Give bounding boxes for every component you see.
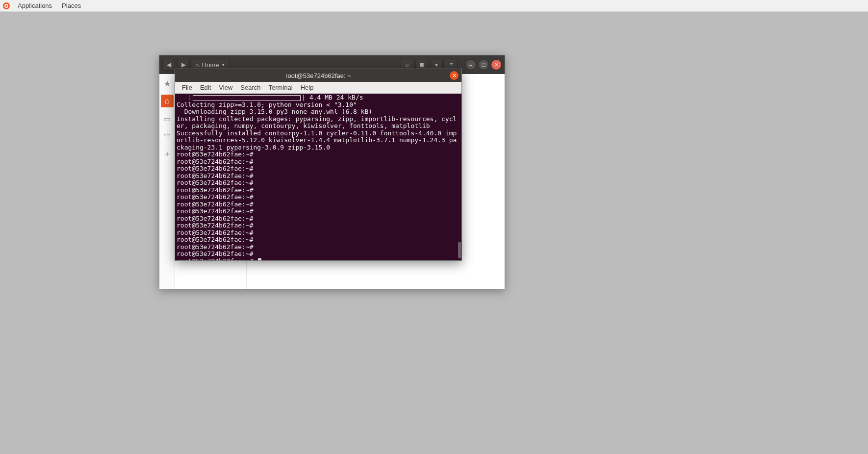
minimize-button[interactable]: – [465, 59, 476, 70]
terminal-prompts: root@53e724b62fae:~# root@53e724b62fae:~… [177, 151, 261, 260]
terminal-body[interactable]: || 4.4 MB 24 kB/s Collecting zipp>=3.1.0… [175, 94, 461, 260]
cursor [258, 258, 261, 261]
menu-file[interactable]: File [178, 84, 196, 91]
home-icon: ⌂ [195, 61, 199, 69]
menu-view[interactable]: View [215, 84, 236, 91]
location-label: Home [202, 61, 219, 69]
chevron-down-icon: ▾ [222, 62, 225, 67]
terminal-window: root@53e724b62fae: ~ ✕ File Edit View Se… [175, 69, 462, 261]
file-manager-sidebar: ★ ⌂ ▭ 🗑 ＋ [159, 74, 175, 289]
scrollbar-thumb[interactable] [458, 242, 461, 258]
back-button[interactable]: ◀ [162, 59, 175, 71]
topbar-applications[interactable]: Applications [13, 2, 57, 9]
terminal-titlebar[interactable]: root@53e724b62fae: ~ ✕ [175, 69, 461, 82]
progress-suffix: | 4.4 MB 24 kB/s [302, 94, 363, 101]
terminal-title: root@53e724b62fae: ~ [285, 72, 351, 79]
terminal-close-button[interactable]: ✕ [450, 71, 459, 80]
terminal-menubar: File Edit View Search Terminal Help [175, 82, 461, 94]
sidebar-add[interactable]: ＋ [161, 148, 174, 160]
sidebar-desktop[interactable]: ▭ [161, 112, 174, 125]
sidebar-home[interactable]: ⌂ [161, 95, 174, 107]
desktop-topbar: Applications Places [0, 0, 868, 12]
topbar-places[interactable]: Places [57, 2, 86, 9]
menu-edit[interactable]: Edit [196, 84, 215, 91]
maximize-button[interactable]: □ [478, 59, 489, 70]
menu-help[interactable]: Help [297, 84, 318, 91]
close-button[interactable]: ✕ [491, 59, 502, 70]
sidebar-starred[interactable]: ★ [161, 77, 174, 90]
sidebar-trash[interactable]: 🗑 [161, 130, 174, 143]
progress-bar [193, 95, 301, 101]
progress-line: || 4.4 MB 24 kB/s [177, 94, 363, 101]
ubuntu-logo-icon [3, 2, 10, 9]
menu-terminal[interactable]: Terminal [265, 84, 297, 91]
terminal-output: Collecting zipp>=3.1.0; python_version <… [177, 101, 457, 151]
menu-search[interactable]: Search [236, 84, 264, 91]
